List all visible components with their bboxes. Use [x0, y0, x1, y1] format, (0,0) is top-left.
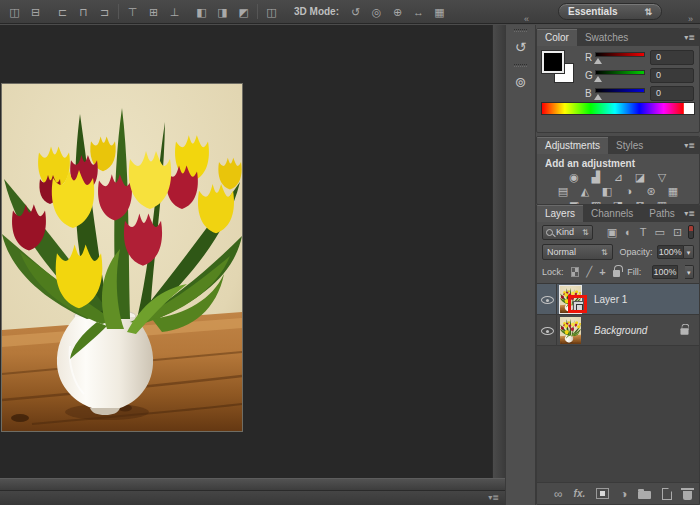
filter-shape-layers-icon[interactable]: ▭ — [655, 226, 665, 239]
blue-slider-thumb[interactable] — [594, 94, 602, 100]
workspace-label: Essentials — [568, 6, 617, 17]
filter-smart-objects-icon[interactable]: ⊡ — [673, 226, 682, 239]
3d-mode-label: 3D Mode: — [294, 6, 339, 17]
status-menu-icon[interactable]: ▾≣ — [488, 493, 499, 502]
tab-paths[interactable]: Paths — [641, 205, 683, 222]
foreground-color-swatch[interactable] — [542, 51, 564, 73]
horizontal-scrollbar[interactable] — [0, 478, 505, 490]
layer-filter-toggle[interactable] — [688, 225, 694, 239]
curves-icon[interactable]: ⊿ — [612, 171, 625, 184]
background-lock-icon — [680, 328, 688, 334]
distribute-spacing-icon[interactable]: ◫ — [263, 4, 280, 20]
black-white-icon[interactable]: ◧ — [601, 185, 614, 198]
updown-arrows-icon: ⇅ — [601, 248, 608, 257]
color-balance-icon[interactable]: ◭ — [579, 185, 592, 198]
3d-orbit-icon[interactable]: ↺ — [347, 4, 364, 20]
lock-paint-icon[interactable]: ╱ — [586, 266, 592, 277]
align-left-icon[interactable]: ⊏ — [54, 4, 71, 20]
link-layers-icon[interactable]: ∞ — [554, 484, 563, 504]
blend-mode-dropdown[interactable]: Normal ⇅ — [542, 244, 613, 260]
fill-dropdown-arrow[interactable]: ▾ — [685, 265, 694, 279]
distribute-right-icon[interactable]: ◩ — [235, 4, 252, 20]
vertical-scrollbar[interactable] — [492, 25, 505, 478]
delete-layer-icon[interactable] — [683, 491, 692, 500]
blue-slider-track[interactable] — [595, 88, 645, 93]
tab-swatches[interactable]: Swatches — [577, 29, 636, 46]
opacity-field[interactable]: 100% — [657, 245, 684, 259]
fill-field[interactable]: 100% — [652, 265, 677, 279]
3d-roll-icon[interactable]: ◎ — [368, 4, 385, 20]
red-slider-track[interactable] — [595, 52, 645, 57]
panel-menu-icon[interactable]: ▾≣ — [684, 141, 695, 150]
color-lookup-icon[interactable]: ▦ — [667, 185, 680, 198]
green-slider-thumb[interactable] — [594, 76, 602, 82]
document-canvas[interactable] — [0, 25, 492, 478]
layer-row-background[interactable]: Background — [537, 315, 699, 346]
distribute-left-icon[interactable]: ◧ — [193, 4, 210, 20]
add-layer-mask-icon[interactable] — [596, 488, 609, 499]
green-slider-track[interactable] — [595, 70, 645, 75]
tab-color[interactable]: Color — [537, 29, 577, 46]
tab-layers[interactable]: Layers — [537, 205, 583, 222]
filter-kind-dropdown[interactable]: Kind ⇅ — [542, 225, 593, 240]
align-middle-icon[interactable]: ⊞ — [145, 4, 162, 20]
eye-icon[interactable] — [541, 296, 554, 304]
layer-name[interactable]: Layer 1 — [594, 284, 627, 315]
hue-saturation-icon[interactable]: ▤ — [557, 185, 570, 198]
photo-filter-icon[interactable]: ◑ — [623, 185, 636, 198]
tulip-photo-document[interactable] — [2, 84, 242, 431]
filter-pixel-layers-icon[interactable]: ▣ — [607, 226, 617, 239]
green-slider[interactable] — [595, 68, 645, 82]
lock-transparency-icon[interactable] — [571, 267, 580, 277]
green-value-field[interactable]: 0 — [650, 68, 694, 83]
color-spectrum-ramp[interactable] — [541, 102, 695, 115]
collapse-dock-chevron-icon[interactable]: « — [524, 14, 528, 24]
align-center-icon[interactable]: ⊓ — [75, 4, 92, 20]
align-top-icon[interactable]: ⊤ — [124, 4, 141, 20]
new-group-icon[interactable] — [638, 491, 651, 499]
new-layer-icon[interactable] — [662, 488, 672, 500]
lock-position-icon[interactable]: + — [599, 266, 605, 278]
dock-grip — [514, 64, 527, 67]
new-adjustment-layer-icon[interactable]: ◑ — [620, 484, 627, 504]
history-panel-icon[interactable]: ↺ — [508, 34, 533, 60]
lock-all-icon[interactable] — [613, 270, 621, 277]
layer-name[interactable]: Background — [594, 315, 647, 346]
brightness-contrast-icon[interactable]: ◉ — [568, 171, 581, 184]
red-slider[interactable] — [595, 50, 645, 64]
channel-mixer-icon[interactable]: ⊛ — [645, 185, 658, 198]
tab-channels[interactable]: Channels — [583, 205, 641, 222]
3d-slide-icon[interactable]: ↔ — [410, 4, 427, 20]
align-bottom-icon[interactable]: ⊥ — [166, 4, 183, 20]
filter-adjustment-layers-icon[interactable]: ◐ — [625, 226, 632, 238]
layer-style-icon[interactable]: fx. — [574, 488, 586, 499]
tab-styles[interactable]: Styles — [608, 137, 651, 154]
expand-dock-chevron-icon[interactable]: » — [688, 14, 692, 24]
3d-pan-icon[interactable]: ⊕ — [389, 4, 406, 20]
opacity-dropdown-arrow[interactable]: ▾ — [684, 245, 694, 259]
distribute-horizontal-icon[interactable]: ◫ — [6, 4, 23, 20]
distribute-vertical-icon[interactable]: ⊟ — [27, 4, 44, 20]
align-right-icon[interactable]: ⊐ — [96, 4, 113, 20]
workspace-switcher-button[interactable]: Essentials ⇅ — [558, 3, 662, 20]
blue-value-field[interactable]: 0 — [650, 86, 694, 101]
properties-panel-icon[interactable]: ⊚ — [508, 69, 533, 95]
tab-adjustments[interactable]: Adjustments — [537, 137, 608, 154]
filter-type-layers-icon[interactable]: T — [640, 226, 647, 238]
exposure-icon[interactable]: ◪ — [634, 171, 647, 184]
separator — [118, 4, 119, 19]
red-slider-thumb[interactable] — [594, 58, 602, 64]
vibrance-icon[interactable]: ▽ — [656, 171, 669, 184]
layers-bottom-bar: ∞ fx. ◑ — [537, 482, 699, 504]
red-value-field[interactable]: 0 — [650, 50, 694, 65]
distribute-center-icon[interactable]: ◨ — [214, 4, 231, 20]
panel-menu-icon[interactable]: ▾≣ — [684, 33, 695, 42]
layers-panel-tabbar: Layers Channels Paths ▾≣ — [537, 205, 699, 222]
eye-icon[interactable] — [541, 327, 554, 335]
layer-row-layer1[interactable]: Layer 1 — [537, 284, 699, 315]
panel-menu-icon[interactable]: ▾≣ — [684, 209, 695, 218]
blue-slider[interactable] — [595, 86, 645, 100]
levels-icon[interactable]: ▟ — [590, 171, 603, 184]
background-thumbnail[interactable] — [560, 317, 581, 344]
3d-zoom-icon[interactable]: ▦ — [431, 4, 448, 20]
